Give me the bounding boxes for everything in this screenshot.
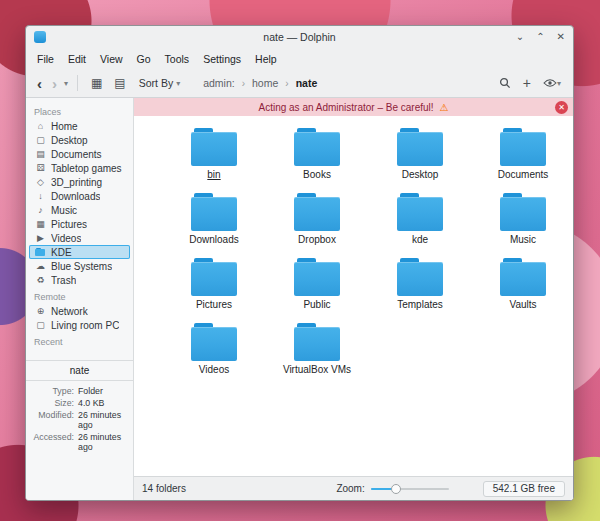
zoom-slider[interactable]: [371, 484, 449, 494]
eye-icon: [543, 78, 557, 88]
history-caret-icon[interactable]: ▾: [64, 79, 68, 88]
info-field-label: Accessed:: [30, 432, 74, 452]
folder-item-videos[interactable]: Videos: [164, 323, 264, 376]
dolphin-window: nate — Dolphin ⌄ ⌃ ✕ FileEditViewGoTools…: [25, 25, 574, 501]
sidebar-item-label: Documents: [51, 149, 102, 160]
breadcrumb: admin:›home›nate: [201, 76, 319, 90]
sidebar-item-network[interactable]: ⊕Network: [29, 304, 130, 318]
sidebar-item-downloads[interactable]: ↓Downloads: [29, 189, 130, 203]
folder-item-virtualbox-vms[interactable]: VirtualBox VMs: [267, 323, 367, 376]
folder-label: Pictures: [164, 299, 264, 311]
minimize-icon[interactable]: ⌄: [516, 32, 524, 42]
information-panel: nate Type:FolderSize:4.0 KBModified:26 m…: [26, 360, 133, 460]
view-icons-button[interactable]: ▦: [87, 76, 106, 90]
folder-icon: [191, 193, 237, 231]
folder-item-templates[interactable]: Templates: [370, 258, 470, 311]
folder-label: VirtualBox VMs: [267, 364, 367, 376]
videos-icon: ▶: [35, 233, 46, 243]
close-icon[interactable]: ✕: [557, 32, 565, 42]
folder-icon: [397, 193, 443, 231]
window-title: nate — Dolphin: [26, 31, 573, 43]
folder-icon: [500, 128, 546, 166]
sidebar-item-pictures[interactable]: ▦Pictures: [29, 217, 130, 231]
folder-item-public[interactable]: Public: [267, 258, 367, 311]
free-space-badge: 542.1 GB free: [483, 481, 565, 497]
folder-item-music[interactable]: Music: [473, 193, 573, 246]
folder-label: Public: [267, 299, 367, 311]
breadcrumb-separator: ›: [285, 78, 288, 89]
folder-label: Desktop: [370, 169, 470, 181]
banner-close-icon[interactable]: ✕: [555, 101, 568, 114]
sort-by-button[interactable]: Sort By ▾: [134, 75, 185, 91]
maximize-icon[interactable]: ⌃: [536, 32, 544, 42]
menu-go[interactable]: Go: [130, 50, 158, 68]
folder-icon: [191, 323, 237, 361]
info-field-label: Size:: [30, 398, 74, 408]
sidebar-item-tabletop-games[interactable]: ⚄Tabletop games: [29, 161, 130, 175]
back-button[interactable]: ‹: [34, 76, 45, 91]
folder-item-desktop[interactable]: Desktop: [370, 128, 470, 181]
sidebar-item-living-room-pc[interactable]: ▢Living room PC: [29, 318, 130, 332]
info-field-label: Type:: [30, 386, 74, 396]
folder-label: Templates: [370, 299, 470, 311]
folder-label: Dropbox: [267, 234, 367, 246]
folder-label: Downloads: [164, 234, 264, 246]
folder-item-documents[interactable]: Documents: [473, 128, 573, 181]
folder-icon: [397, 258, 443, 296]
breadcrumb-segment-home[interactable]: home: [250, 76, 280, 90]
sidebar-item-trash[interactable]: ♻Trash: [29, 273, 130, 287]
folder-icon: [191, 258, 237, 296]
folder-item-vaults[interactable]: Vaults: [473, 258, 573, 311]
menu-file[interactable]: File: [30, 50, 61, 68]
folder-view[interactable]: binBooksDesktopDocumentsDownloadsDropbox…: [134, 116, 573, 476]
printer-icon: ◇: [35, 177, 46, 187]
menu-edit[interactable]: Edit: [61, 50, 93, 68]
sidebar-item-desktop[interactable]: ▢Desktop: [29, 133, 130, 147]
zoom-slider-handle[interactable]: [391, 484, 401, 494]
folder-icon: [294, 193, 340, 231]
show-hidden-button[interactable]: ▾: [539, 76, 565, 90]
items-count: 14 folders: [142, 483, 186, 494]
menubar: FileEditViewGoToolsSettingsHelp: [26, 48, 573, 69]
folder-item-pictures[interactable]: Pictures: [164, 258, 264, 311]
folder-item-books[interactable]: Books: [267, 128, 367, 181]
sidebar-item-music[interactable]: ♪Music: [29, 203, 130, 217]
sidebar-item-label: Blue Systems: [51, 261, 112, 272]
menu-tools[interactable]: Tools: [158, 50, 197, 68]
menu-help[interactable]: Help: [248, 50, 284, 68]
folder-icon: [397, 128, 443, 166]
breadcrumb-segment-admin[interactable]: admin:: [201, 76, 237, 90]
folder-item-dropbox[interactable]: Dropbox: [267, 193, 367, 246]
folder-icon: [294, 323, 340, 361]
sidebar-item-videos[interactable]: ▶Videos: [29, 231, 130, 245]
info-field-value: 26 minutes ago: [78, 432, 129, 452]
plus-icon: +: [523, 76, 531, 90]
split-button[interactable]: +: [519, 74, 535, 92]
folder-item-bin[interactable]: bin: [164, 128, 264, 181]
sidebar-item-label: Pictures: [51, 219, 87, 230]
view-details-button[interactable]: ▤: [110, 76, 129, 90]
sidebar-item-label: KDE: [51, 247, 72, 258]
sidebar-item-3d-printing[interactable]: ◇3D_printing: [29, 175, 130, 189]
toolbar-separator: [77, 75, 78, 91]
music-icon: ♪: [35, 205, 46, 215]
sidebar-sections: Places⌂Home▢Desktop▤Documents⚄Tabletop g…: [26, 98, 133, 360]
titlebar[interactable]: nate — Dolphin ⌄ ⌃ ✕: [26, 26, 573, 48]
folder-icon: [294, 258, 340, 296]
menu-settings[interactable]: Settings: [196, 50, 248, 68]
sidebar-item-documents[interactable]: ▤Documents: [29, 147, 130, 161]
sidebar-item-label: Desktop: [51, 135, 88, 146]
sidebar-item-home[interactable]: ⌂Home: [29, 119, 130, 133]
network-icon: ⊕: [35, 306, 46, 316]
sidebar-item-kde[interactable]: KDE: [29, 245, 130, 259]
folder-item-downloads[interactable]: Downloads: [164, 193, 264, 246]
breadcrumb-segment-nate[interactable]: nate: [294, 76, 320, 90]
warning-icon: ⚠: [440, 102, 449, 113]
forward-button[interactable]: ›: [49, 76, 60, 91]
sidebar-section-recent: Recent: [26, 332, 133, 349]
info-field-value: 4.0 KB: [78, 398, 129, 408]
sidebar-item-blue-systems[interactable]: ☁Blue Systems: [29, 259, 130, 273]
menu-view[interactable]: View: [93, 50, 130, 68]
folder-item-kde[interactable]: kde: [370, 193, 470, 246]
search-button[interactable]: [495, 75, 515, 91]
